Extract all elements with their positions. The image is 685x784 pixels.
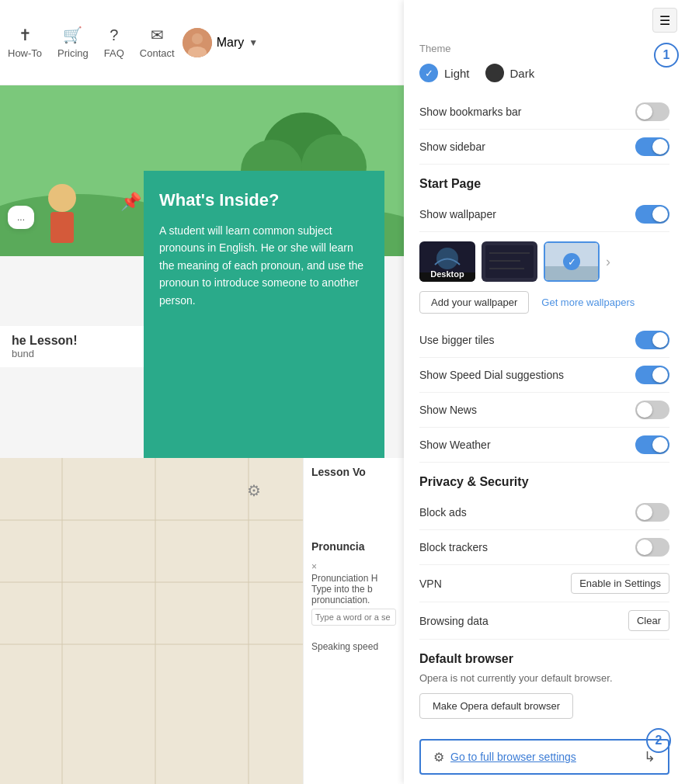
lesson-vocab-title: Lesson Vo	[311, 466, 396, 478]
make-default-browser-button[interactable]: Make Opera default browser	[419, 693, 573, 719]
browsing-data-row: Browsing data Clear	[419, 602, 669, 640]
pronunciation-body: Type into the b pronunciation.	[311, 584, 396, 605]
wallpaper-thumb-desktop[interactable]: Desktop	[419, 241, 475, 282]
toggle-knob	[637, 402, 652, 418]
toggle-knob	[652, 437, 668, 453]
toggle-knob	[637, 505, 652, 520]
show-sidebar-label: Show sidebar	[419, 140, 485, 153]
full-settings-link[interactable]: Go to full browser settings	[450, 751, 576, 763]
nav-item-faq[interactable]: ? FAQ	[104, 26, 124, 59]
show-wallpaper-row: Show wallpaper	[419, 197, 669, 232]
lesson-title-area: he Lesson! bund	[0, 326, 144, 367]
nav-item-howto[interactable]: ✝ How-To	[8, 26, 42, 59]
lesson-title-text: he Lesson!	[12, 334, 132, 348]
enable-vpn-button[interactable]: Enable in Settings	[571, 573, 669, 594]
get-more-wallpapers-link[interactable]: Get more wallpapers	[541, 297, 635, 308]
svg-rect-13	[50, 212, 74, 243]
svg-rect-26	[485, 245, 534, 278]
show-news-toggle[interactable]	[635, 401, 669, 419]
toggle-knob	[652, 139, 668, 154]
full-settings-row[interactable]: ⚙ Go to full browser settings ↳	[419, 739, 669, 775]
user-menu[interactable]: Mary ▼	[183, 28, 258, 57]
privacy-security-heading: Privacy & Security	[419, 475, 669, 489]
block-ads-row: Block ads	[419, 495, 669, 530]
wallpaper-btn-row: Add your wallpaper Get more wallpapers	[419, 291, 669, 314]
content-card: What's Inside? A student will learn comm…	[144, 171, 384, 458]
default-browser-desc: Opera is not currently your default brow…	[419, 672, 669, 684]
close-pronunciation-icon[interactable]: ×	[311, 561, 317, 572]
theme-dark-option[interactable]: Dark	[485, 64, 535, 82]
content-card-title: What's Inside?	[159, 190, 369, 210]
settings-panel: ☰ 1 Theme Light Dark Show bookmarks bar	[404, 0, 685, 784]
pronunciation-input[interactable]	[311, 609, 396, 626]
clear-browsing-data-button[interactable]: Clear	[628, 610, 669, 631]
lesson-vocab-card: Lesson Vo Pronuncia × Pronunciation H Ty…	[303, 458, 404, 784]
browsing-data-label: Browsing data	[419, 615, 489, 627]
toggle-knob	[637, 104, 652, 120]
svg-rect-15	[0, 458, 303, 784]
use-bigger-tiles-toggle[interactable]	[635, 331, 669, 349]
use-bigger-tiles-label: Use bigger tiles	[419, 334, 495, 346]
svg-point-12	[48, 184, 76, 212]
theme-light-label: Light	[444, 67, 470, 80]
block-trackers-label: Block trackers	[419, 541, 488, 553]
speaking-speed-label: Speaking speed	[311, 641, 396, 652]
wallpaper-thumb-dark[interactable]	[482, 241, 537, 282]
block-trackers-toggle[interactable]	[635, 538, 669, 557]
show-news-label: Show News	[419, 404, 477, 416]
pronunciation-section: Pronuncia × Pronunciation H Type into th…	[311, 540, 396, 652]
vpn-row: VPN Enable in Settings	[419, 565, 669, 602]
default-browser-heading: Default browser	[419, 652, 669, 666]
chat-bubble-text: ...	[17, 212, 25, 223]
step-badge-1: 1	[654, 43, 679, 68]
pricing-icon: 🛒	[63, 26, 82, 44]
nav-bar: ✝ How-To 🛒 Pricing ? FAQ ✉ Contact	[0, 0, 404, 85]
pin-icon[interactable]: 📌	[120, 192, 141, 212]
theme-light-check	[419, 64, 438, 82]
show-weather-label: Show Weather	[419, 439, 491, 451]
map-illustration	[0, 458, 303, 784]
wallpaper-dark-img	[482, 241, 537, 282]
pronunciation-title: Pronuncia	[311, 540, 396, 553]
main-content: ✝ How-To 🛒 Pricing ? FAQ ✉ Contact	[0, 0, 404, 784]
show-sidebar-toggle[interactable]	[635, 137, 669, 156]
user-name: Mary	[217, 36, 245, 50]
show-wallpaper-toggle[interactable]	[635, 205, 669, 224]
wallpaper-thumb-light[interactable]: ✓	[544, 241, 600, 282]
chat-bubble: ...	[8, 206, 34, 229]
theme-label: Theme	[419, 43, 669, 54]
menu-button[interactable]: ☰	[652, 8, 677, 33]
show-weather-row: Show Weather	[419, 428, 669, 463]
wallpaper-check-icon: ✓	[563, 253, 580, 270]
vpn-label: VPN	[419, 578, 442, 590]
lesson-subtitle: bund	[12, 348, 132, 359]
wallpaper-row: Desktop ✓ ›	[419, 241, 669, 282]
use-bigger-tiles-row: Use bigger tiles	[419, 323, 669, 358]
svg-point-3	[192, 33, 203, 44]
show-wallpaper-label: Show wallpaper	[419, 208, 496, 220]
wallpaper-next-arrow[interactable]: ›	[606, 254, 610, 270]
contact-icon: ✉	[151, 26, 164, 44]
nav-item-pricing[interactable]: 🛒 Pricing	[57, 26, 89, 59]
step-badge-2: 2	[646, 728, 671, 753]
dropdown-arrow-icon: ▼	[249, 37, 258, 48]
nav-label-contact: Contact	[140, 47, 175, 59]
toggle-knob	[637, 539, 652, 555]
show-bookmarks-bar-toggle[interactable]	[635, 102, 669, 121]
block-trackers-row: Block trackers	[419, 530, 669, 565]
block-ads-toggle[interactable]	[635, 503, 669, 522]
content-card-body: A student will learn common subject pron…	[159, 222, 369, 309]
faq-icon: ?	[110, 26, 118, 44]
block-ads-label: Block ads	[419, 506, 467, 519]
toggle-knob	[652, 367, 668, 383]
nav-item-contact[interactable]: ✉ Contact	[140, 26, 175, 59]
gear-icon-map[interactable]: ⚙	[247, 481, 261, 500]
toggle-knob	[652, 332, 668, 348]
avatar	[183, 28, 212, 57]
show-speed-dial-toggle[interactable]	[635, 366, 669, 384]
add-wallpaper-button[interactable]: Add your wallpaper	[419, 291, 529, 314]
theme-row: Light Dark	[419, 64, 669, 82]
theme-light-option[interactable]: Light	[419, 64, 470, 82]
show-weather-toggle[interactable]	[635, 435, 669, 454]
menu-icon: ☰	[659, 13, 670, 28]
